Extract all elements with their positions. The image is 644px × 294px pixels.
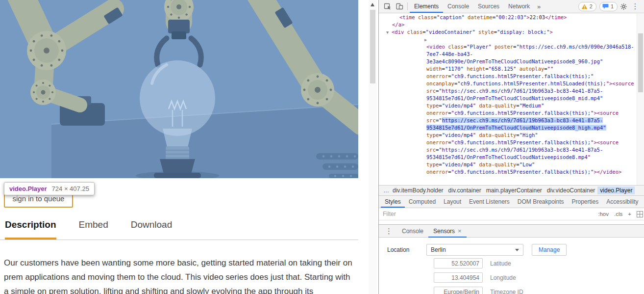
close-tab-icon[interactable]: ×	[458, 225, 462, 238]
manage-button[interactable]: Manage	[532, 244, 567, 256]
styles-filter-bar: Filter :hov.cls+	[379, 208, 644, 220]
devtools-tab-console[interactable]: Console	[443, 0, 473, 13]
code-line[interactable]: onerror="ch9.functions.html5Presenter.fa…	[379, 168, 638, 176]
drawer-menu-icon[interactable]: ⋮	[381, 227, 397, 236]
code-line[interactable]: type="video/mp4" data-quality="High"	[379, 132, 638, 139]
longitude-label: Longitude	[490, 274, 516, 281]
tabs-divider	[0, 240, 358, 240]
more-tabs-chevron[interactable]: »	[534, 3, 544, 10]
filter-input[interactable]: Filter	[383, 211, 593, 217]
message-bubble-icon	[602, 3, 609, 9]
breadcrumb-item[interactable]: div.videoContainer	[545, 187, 598, 194]
code-line[interactable]: src="https://sec.ch9.ms/ch9/7d61/19b963a…	[379, 117, 638, 124]
drawer-tab-sensors[interactable]: Sensors×	[428, 225, 467, 238]
sidebar-tab-layout[interactable]: Layout	[440, 196, 465, 208]
browser-page: video.Player724 × 407.25 sign in to queu…	[0, 0, 369, 294]
code-line[interactable]: oncanplay="ch9.functions.html5Presenter.…	[379, 80, 638, 87]
sidebar-tab-styles[interactable]: Styles	[381, 196, 405, 208]
code-line[interactable]: src="https://sec.ch9.ms/ch9/7d61/19b963a…	[379, 87, 638, 95]
toolbar-separator	[407, 2, 408, 10]
code-line[interactable]: src="https://sec.ch9.ms/ch9/7d61/19b963a…	[379, 146, 638, 154]
gear-icon[interactable]	[618, 0, 629, 13]
devtools-tab-sources[interactable]: Sources	[473, 0, 504, 13]
scrollbar-thumb[interactable]	[638, 33, 643, 92]
messages-badge[interactable]: 1	[599, 2, 618, 11]
filter-control--cls[interactable]: .cls	[614, 211, 622, 217]
message-count: 1	[611, 3, 614, 9]
page-scrollbar[interactable]	[369, 0, 377, 294]
element-states-icon[interactable]	[637, 211, 643, 217]
video-description: Our customers have been wanting some mor…	[4, 256, 355, 294]
warning-icon	[581, 4, 588, 9]
video-player[interactable]	[0, 0, 358, 178]
code-line[interactable]: onerror="ch9.functions.html5Presenter.fa…	[379, 73, 638, 80]
breadcrumb-overflow[interactable]: …	[381, 187, 390, 194]
elements-tree: <time class="caption" datetime="00:22:03…	[379, 14, 638, 185]
location-select[interactable]: Berlin	[426, 244, 523, 256]
breadcrumb-item[interactable]: div.itemBody.holder	[390, 187, 446, 194]
code-line[interactable]: onerror="ch9.functions.html5Presenter.fa…	[379, 139, 638, 146]
content-tabs: DescriptionEmbedDownload	[5, 219, 172, 240]
location-value: Berlin	[431, 246, 446, 253]
code-line[interactable]: ▶	[379, 36, 638, 43]
code-line[interactable]: </a>	[379, 21, 638, 28]
latitude-input[interactable]	[434, 258, 483, 268]
code-line[interactable]: ▼<div class="videoContainer" style="disp…	[379, 28, 638, 36]
sensor-row: Timezone ID	[434, 287, 523, 294]
kebab-menu-icon[interactable]: ⋮	[629, 0, 641, 13]
device-toolbar-icon[interactable]	[394, 0, 405, 13]
breadcrumb-item[interactable]: video.Player	[597, 187, 635, 194]
tooltip-element-name: video.Player	[9, 185, 47, 192]
code-line[interactable]: type="video/mp4" data-quality="Medium"	[379, 102, 638, 109]
inspect-icon[interactable]	[382, 0, 394, 13]
code-line[interactable]: 9534815e7d61/OnPremToTheCloudCloudNative…	[379, 154, 638, 161]
tab-embed[interactable]: Embed	[79, 219, 108, 240]
code-line[interactable]: 9534815e7d61/OnPremToTheCloudCloudNative…	[379, 95, 638, 102]
chevron-down-icon	[515, 249, 519, 251]
code-line[interactable]: <video class="Player" poster="https://se…	[379, 43, 638, 51]
drawer-tab-label: Sensors	[433, 225, 455, 238]
sidebar-tab-dom-breakpoints[interactable]: DOM Breakpoints	[514, 196, 568, 208]
timezone-id-input[interactable]	[434, 287, 483, 294]
breadcrumb: …div.itemBody.holderdiv.containermain.pl…	[379, 185, 644, 195]
sensor-fields: LatitudeLongitudeTimezone ID	[434, 258, 523, 294]
code-line[interactable]: 7ee7-448e-ba43-	[379, 51, 638, 58]
sidebar-tab-properties[interactable]: Properties	[568, 196, 603, 208]
code-line[interactable]: width="1170" height="658.125" autoplay="…	[379, 65, 638, 73]
devtools-panel: ElementsConsoleSourcesNetwork » 2 1 ⋮ <t…	[378, 0, 644, 294]
filter-controls: :hov.cls+	[593, 211, 631, 217]
devtools-tab-network[interactable]: Network	[504, 0, 534, 13]
sidebar-tab-event-listeners[interactable]: Event Listeners	[465, 196, 514, 208]
code-line[interactable]: 3e3ae4c8090e/OnPremToTheCloudCloudNative…	[379, 58, 638, 65]
code-line[interactable]: <time class="caption" datetime="00:22:03…	[379, 14, 638, 21]
devtools-tabbar: ElementsConsoleSourcesNetwork	[410, 0, 534, 13]
breadcrumb-item[interactable]: div.container	[446, 187, 484, 194]
code-line[interactable]: type="video/mp4" data-quality="Low"	[379, 161, 638, 168]
scrollbar-thumb[interactable]	[370, 10, 375, 83]
sidebar-tabs: StylesComputedLayoutEvent ListenersDOM B…	[379, 195, 644, 208]
sensors-panel: Location Berlin Manage LatitudeLongitude…	[379, 238, 644, 294]
longitude-input[interactable]	[434, 272, 483, 283]
elements-scrollbar[interactable]	[637, 14, 644, 185]
warning-count: 2	[590, 3, 593, 9]
tab-download[interactable]: Download	[131, 219, 173, 240]
devtools-toolbar: ElementsConsoleSourcesNetwork » 2 1 ⋮	[379, 0, 644, 13]
sidebar-tab-accessibility[interactable]: Accessibility	[602, 196, 642, 208]
breadcrumb-item[interactable]: main.playerContainer	[484, 187, 545, 194]
sensor-row: Longitude	[434, 272, 523, 283]
drawer-tab-console[interactable]: Console	[397, 225, 428, 238]
sidebar-tab-computed[interactable]: Computed	[405, 196, 440, 208]
code-line[interactable]: 9534815e7d61/OnPremToTheCloudCloudNative…	[379, 124, 638, 132]
filter-control--[interactable]: +	[628, 211, 631, 217]
tab-description[interactable]: Description	[5, 219, 56, 240]
tooltip-dimensions: 724 × 407.25	[52, 185, 89, 192]
scroll-up-icon[interactable]	[371, 3, 374, 6]
code-line[interactable]: onerror="ch9.functions.html5Presenter.fa…	[379, 109, 638, 117]
devtools-tab-elements[interactable]: Elements	[410, 0, 443, 13]
drawer-tabbar: ⋮ ConsoleSensors×	[379, 224, 644, 238]
warnings-badge[interactable]: 2	[578, 2, 596, 11]
timezone-id-label: Timezone ID	[490, 289, 523, 294]
latitude-label: Latitude	[490, 260, 511, 267]
filter-control--hov[interactable]: :hov	[598, 211, 609, 217]
drawer-tab-label: Console	[402, 225, 423, 238]
